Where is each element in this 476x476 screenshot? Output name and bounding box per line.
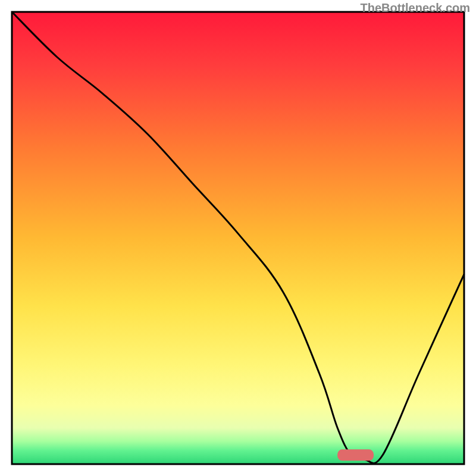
gradient-background bbox=[12, 12, 464, 464]
watermark-label: TheBottleneck.com bbox=[361, 1, 470, 15]
plot-area bbox=[12, 12, 464, 464]
chart-container: TheBottleneck.com bbox=[0, 0, 476, 476]
bottleneck-chart bbox=[0, 0, 476, 476]
optimum-marker bbox=[337, 449, 374, 461]
